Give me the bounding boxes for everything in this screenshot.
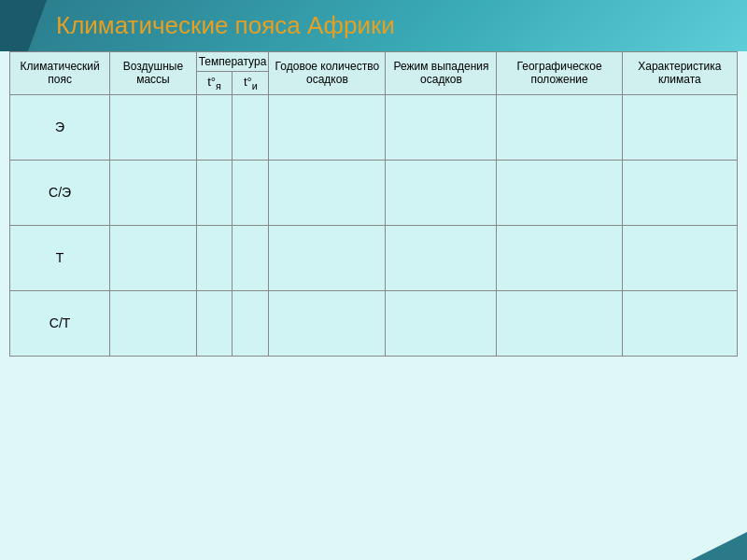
- table-container: Климатический пояс Воздушные массы Темпе…: [0, 51, 747, 366]
- temp-jan-cell: [196, 160, 233, 225]
- temp-jan-cell: [196, 94, 233, 160]
- char-cell: [622, 290, 737, 356]
- precip-regime-cell: [386, 225, 497, 290]
- zone-label: Э: [10, 94, 110, 160]
- header-airmass: Воздушные массы: [110, 52, 196, 95]
- precip-amount-cell: [269, 94, 386, 160]
- header-precip-regime: Режим выпадения осадков: [386, 52, 497, 95]
- precip-amount-cell: [269, 160, 386, 225]
- char-cell: [622, 160, 737, 225]
- table-row: С/Э: [10, 160, 738, 225]
- precip-regime-cell: [386, 290, 497, 356]
- geo-cell: [497, 160, 622, 225]
- precip-regime-cell: [386, 94, 497, 160]
- header-temp-jan: t°я: [196, 72, 233, 95]
- top-bar: Климатические пояса Африки: [0, 0, 747, 51]
- precip-amount-cell: [269, 290, 386, 356]
- zone-label: С/Э: [10, 160, 110, 225]
- temp-jul-cell: [233, 94, 269, 160]
- temp-jan-cell: [196, 225, 233, 290]
- geo-cell: [497, 94, 622, 160]
- header-geo: Географическое положение: [497, 52, 622, 95]
- temp-jan-cell: [196, 290, 233, 356]
- geo-cell: [497, 290, 622, 356]
- temp-jul-cell: [233, 160, 269, 225]
- bottom-corner-decoration: [691, 532, 747, 560]
- char-cell: [622, 225, 737, 290]
- airmass-cell: [110, 160, 196, 225]
- header-row-main: Климатический пояс Воздушные массы Темпе…: [10, 52, 738, 72]
- table-row: Т: [10, 225, 738, 290]
- table-row: Э: [10, 94, 738, 160]
- zone-label: Т: [10, 225, 110, 290]
- airmass-cell: [110, 225, 196, 290]
- page-title: Климатические пояса Африки: [56, 11, 395, 40]
- table-row: С/Т: [10, 290, 738, 356]
- climate-table: Климатический пояс Воздушные массы Темпе…: [9, 51, 738, 357]
- temp-jul-cell: [233, 290, 269, 356]
- temp-jul-cell: [233, 225, 269, 290]
- header-temp-jul: t°и: [233, 72, 269, 95]
- header-precip-amount: Годовое количество осадков: [269, 52, 386, 95]
- airmass-cell: [110, 290, 196, 356]
- precip-amount-cell: [269, 225, 386, 290]
- header-zone: Климатический пояс: [10, 52, 110, 95]
- airmass-cell: [110, 94, 196, 160]
- zone-label: С/Т: [10, 290, 110, 356]
- header-char: Характеристика климата: [622, 52, 737, 95]
- precip-regime-cell: [386, 160, 497, 225]
- geo-cell: [497, 225, 622, 290]
- char-cell: [622, 94, 737, 160]
- header-temp: Температура: [196, 52, 269, 72]
